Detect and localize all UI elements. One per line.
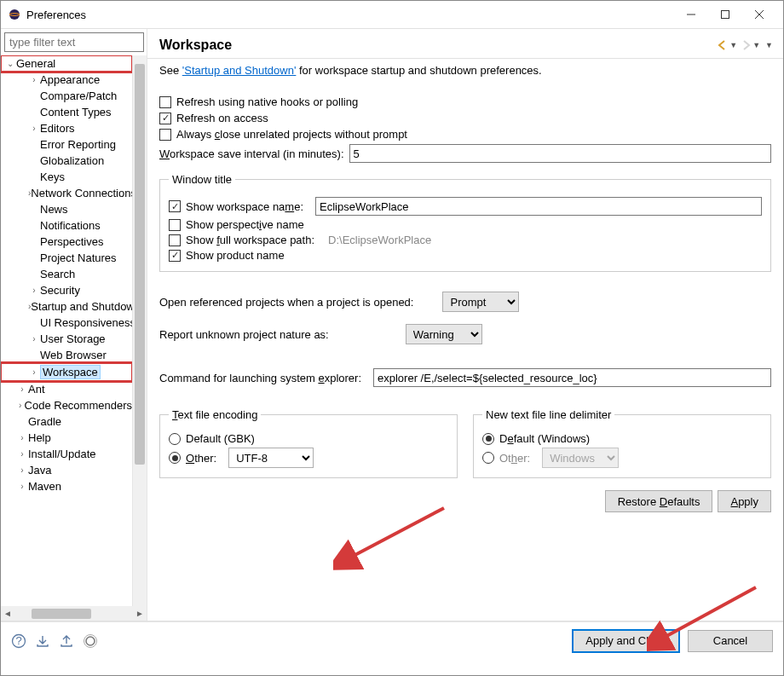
ws-name-input[interactable] [315,197,762,216]
sidebar: ⌄General ›Appearance Compare/Patch Conte… [1,29,147,621]
maximize-button[interactable] [708,2,742,27]
tree-item[interactable]: UI Responsiveness [1,315,132,331]
tree-item[interactable]: ›User Storage [1,331,132,347]
filter-input[interactable] [4,32,144,52]
content-panel: Workspace ▼ ▼ ▼ See 'Startup and Shutdow… [147,29,783,621]
tree-item[interactable]: Notifications [1,217,132,234]
window-title: Preferences [26,9,674,21]
close-unrelated-checkbox[interactable]: Always close unrelated projects without … [159,128,771,141]
tree-item[interactable]: ›Code Recommenders [1,397,132,413]
tree-item-workspace[interactable]: ›Workspace [1,363,132,381]
tree-item[interactable]: Search [1,266,132,282]
tree-item[interactable]: News [1,201,132,217]
save-interval-label: Workspace save interval (in minutes): [159,147,344,160]
explorer-label: Command for launching system explorer: [159,372,361,384]
close-button[interactable] [742,2,776,27]
tree-item[interactable]: ›Ant [1,381,132,397]
tree-item[interactable]: ›Startup and Shutdown [1,298,132,315]
tree-item[interactable]: ›Maven [1,478,132,494]
open-ref-label: Open referenced projects when a project … [159,296,413,309]
tree-item[interactable]: ›Install/Update [1,446,132,462]
minimize-button[interactable] [674,2,708,27]
show-product-checkbox[interactable] [169,250,181,262]
tree-item[interactable]: ›Java [1,462,132,478]
encoding-default-radio[interactable] [169,433,181,445]
tree-item[interactable]: Web Browser [1,347,132,363]
tree-item[interactable]: ›Security [1,282,132,298]
delimiter-other-radio[interactable] [482,452,494,464]
tree-item[interactable]: Error Reporting [1,136,132,153]
svg-point-0 [9,9,20,20]
import-icon[interactable] [35,633,50,649]
preference-tree[interactable]: ⌄General ›Appearance Compare/Patch Conte… [1,55,132,606]
encoding-group: Text file encoding Default (GBK) Other: … [159,408,458,478]
open-ref-select[interactable]: Prompt [442,292,519,312]
eclipse-icon [8,8,21,21]
unknown-nature-select[interactable]: Warning [406,324,482,344]
show-full-path-checkbox[interactable] [169,234,181,246]
scrollbar-vertical[interactable] [132,55,147,606]
menu-dropdown-icon[interactable]: ▼ [765,41,773,49]
footer: ? Apply and Close Cancel [1,621,783,659]
tree-item[interactable]: ›Appearance [1,72,132,88]
restore-defaults-button[interactable]: Restore Defaults [605,490,713,512]
back-icon[interactable] [716,38,729,52]
tree-item[interactable]: Gradle [1,413,132,430]
show-ws-name-checkbox[interactable] [169,200,181,212]
tree-item[interactable]: Project Natures [1,250,132,266]
export-icon[interactable] [59,633,74,649]
save-interval-input[interactable] [349,144,771,163]
explorer-input[interactable] [373,368,771,387]
tree-item[interactable]: Keys [1,169,132,185]
delimiter-select[interactable]: Windows [542,448,619,468]
startup-shutdown-link[interactable]: 'Startup and Shutdown' [182,64,297,77]
cancel-button[interactable]: Cancel [688,630,773,652]
tree-item[interactable]: Globalization [1,153,132,169]
unknown-nature-label: Report unknown project nature as: [159,328,329,341]
tree-item[interactable]: ›Network Connections [1,185,132,201]
page-title: Workspace [159,38,714,53]
tree-item[interactable]: Content Types [1,104,132,120]
refresh-hooks-checkbox[interactable]: Refresh using native hooks or polling [159,95,771,108]
encoding-select[interactable]: UTF-8 [228,448,314,468]
window-title-group: Window title Show workspace name: Show p… [159,173,771,272]
encoding-other-radio[interactable] [169,452,181,464]
tree-item[interactable]: Perspectives [1,234,132,250]
scrollbar-horizontal[interactable]: ◄► [1,606,147,621]
forward-icon[interactable] [739,38,752,52]
intro-text: See 'Startup and Shutdown' for workspace… [159,64,771,77]
help-icon[interactable]: ? [11,633,26,649]
oomph-icon[interactable] [83,633,98,649]
delimiter-group: New text file line delimiter Default (Wi… [473,408,771,478]
tree-item-general[interactable]: ⌄General [1,55,132,72]
show-perspective-checkbox[interactable] [169,219,181,231]
tree-item[interactable]: ›Editors [1,120,132,136]
refresh-access-checkbox[interactable]: Refresh on access [159,112,771,124]
tree-item[interactable]: ›Help [1,430,132,446]
svg-point-8 [86,637,95,645]
title-bar: Preferences [1,1,783,28]
apply-and-close-button[interactable]: Apply and Close [573,630,679,652]
delimiter-default-radio[interactable] [482,433,494,445]
apply-button[interactable]: Apply [718,490,771,512]
svg-rect-3 [722,11,729,19]
tree-item[interactable]: Compare/Patch [1,88,132,104]
svg-text:?: ? [15,634,21,647]
